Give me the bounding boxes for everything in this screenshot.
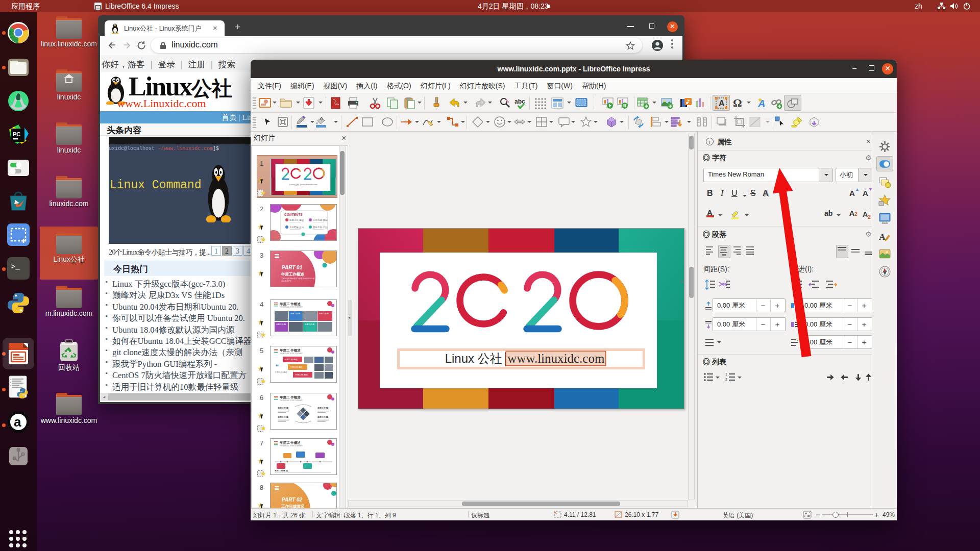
svg-text:年度工作 概: 年度工作 概: [319, 312, 329, 315]
svg-text:年度 工作概 述: 年度 工作概 述: [274, 469, 288, 472]
svg-text:a: a: [14, 414, 21, 430]
svg-text:年度工作 概: 年度工作 概: [277, 407, 289, 409]
svg-text:工作完成 情况: 工作完成 情况: [313, 218, 328, 222]
svg-text:年度工 作概述: 年度工 作概述: [279, 302, 301, 306]
svg-text:年度工作 概述: 年度工作 概述: [295, 373, 308, 376]
svg-text:1: 1: [725, 372, 727, 376]
svg-text:A: A: [879, 232, 886, 242]
svg-text:年度工作 概: 年度工作 概: [277, 416, 289, 418]
svg-text:THE ANNUAL WORK SUMMARY: THE ANNUAL WORK SUMMARY: [280, 306, 303, 308]
svg-text:CONTENTS: CONTENTS: [284, 213, 303, 216]
svg-text:THE ANNUAL WORK SUMMARY: THE ANNUAL WORK SUMMARY: [280, 353, 303, 355]
svg-text:年度工作 概述: 年度工作 概述: [290, 366, 303, 368]
svg-text:年度工 作概述: 年度工 作概述: [279, 348, 301, 353]
svg-text:年度工作 概: 年度工作 概: [290, 312, 300, 315]
svg-text:THE ANNUAL WORK SUMMARY: THE ANNUAL WORK SUMMARY: [280, 399, 303, 402]
svg-text:年度工作概述: 年度工作概述: [281, 272, 305, 277]
svg-text:PC: PC: [13, 131, 20, 137]
svg-text:年度工作 概述: 年度工作 概述: [285, 358, 298, 361]
svg-text:工作经验 总结: 工作经验 总结: [289, 226, 304, 229]
svg-text:年度工作 概: 年度工作 概: [317, 416, 329, 418]
svg-text:Ω: Ω: [733, 97, 742, 109]
svg-text:年度工作 概: 年度工作 概: [305, 323, 314, 325]
svg-text:年度工作 概述: 年度工作 概述: [289, 218, 304, 221]
svg-text:明年工作 计划: 明年工作 计划: [313, 226, 328, 229]
svg-text:“: “: [276, 363, 279, 370]
svg-text:做出客观评价: 做出客观评价: [281, 280, 292, 282]
svg-text:A: A: [719, 99, 725, 108]
svg-text:2: 2: [725, 378, 727, 381]
svg-text:年度工作 概: 年度工作 概: [276, 323, 286, 325]
svg-text:PART 02: PART 02: [282, 497, 303, 503]
svg-text:年度工作 概: 年度工作 概: [317, 407, 329, 409]
svg-text:年度工作 概述: 年度工作 概述: [275, 371, 287, 373]
svg-text:THE ANNUAL WORK SUMMARY: THE ANNUAL WORK SUMMARY: [280, 445, 303, 447]
svg-text:>_: >_: [11, 263, 20, 271]
svg-text:年度工 作概述: 年度工 作概述: [279, 395, 301, 399]
svg-text:年度工 作概述: 年度工 作概述: [279, 441, 301, 445]
svg-text:PART 01: PART 01: [282, 265, 303, 270]
svg-text:了解对去取得的成绩 与经验和教训进行分析: 了解对去取得的成绩 与经验和教训进行分析: [281, 277, 315, 280]
